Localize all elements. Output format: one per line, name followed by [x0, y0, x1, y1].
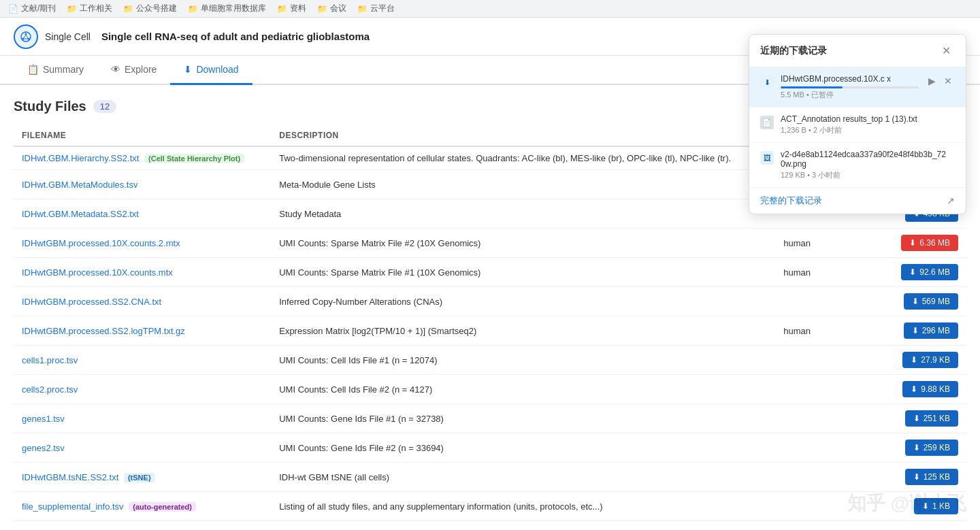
section-title: Study Files: [14, 99, 86, 114]
tab-explore[interactable]: 👁 Explore: [97, 56, 170, 85]
bookmark-bar: 📄 文献/期刊 📁 工作相关 📁 公众号搭建 📁 单细胞常用数据库 📁 资料 📁…: [0, 0, 980, 18]
tab-download[interactable]: ⬇ Download: [170, 56, 252, 85]
description-cell-10: UMI Counts: Gene Ids File #2 (n = 33694): [271, 433, 775, 463]
popup-item-icon-1: ⬇: [760, 76, 774, 89]
popup-item-body-3: v2-d4e8ab1124edcaa337a90f2e48f4bb3b_720w…: [781, 150, 948, 180]
action-cell-10: ⬇ 259 KB: [887, 433, 966, 463]
popup-item-meta-2: 1,236 B • 2 小时前: [781, 125, 948, 135]
folder-icon-5: 📁: [277, 4, 287, 14]
download-button-12[interactable]: ⬇ 1 KB: [914, 498, 958, 514]
description-cell-11: IDH-wt GBM tSNE (all cells): [271, 463, 775, 492]
filename-cell-2: IDHwt.GBM.Metadata.SS2.txt: [14, 199, 271, 229]
download-arrow-icon-9: ⬇: [913, 414, 920, 423]
filename-cell-7: cells1.proc.tsv: [14, 346, 271, 375]
description-cell-8: UMI Counts: Cell Ids File #2 (n = 4127): [271, 375, 775, 404]
download-button-6[interactable]: ⬇ 296 MB: [904, 322, 958, 339]
popup-footer-link[interactable]: 完整的下载记录: [760, 195, 822, 207]
popup-download-item-1: ⬇ IDHwtGBM.processed.10X.c x 5.5 MB • 已暂…: [749, 67, 966, 107]
table-row: IDHwtGBM.tsNE.SS2.txt (tSNE)IDH-wt GBM t…: [14, 463, 966, 492]
download-button-9[interactable]: ⬇ 251 KB: [905, 410, 958, 427]
filename-cell-11: IDHwtGBM.tsNE.SS2.txt (tSNE): [14, 463, 271, 492]
explore-icon: 👁: [111, 64, 120, 75]
action-cell-4: ⬇ 92.6 MB: [887, 258, 966, 287]
bookmark-item-1[interactable]: 📄 文献/期刊: [8, 3, 56, 14]
tab-summary[interactable]: 📋 Summary: [14, 56, 97, 85]
filename-text-7: cells1.proc.tsv: [22, 355, 78, 365]
species-cell-10: [775, 433, 887, 463]
popup-progress-fill-1: [781, 86, 843, 88]
col-filename: Filename: [14, 125, 271, 146]
logo-text: Single Cell: [45, 31, 91, 42]
popup-item-actions-1: ▶ ✕: [926, 74, 955, 88]
species-cell-5: [775, 287, 887, 316]
bookmark-item-6[interactable]: 📁 会议: [317, 3, 346, 14]
download-popup: 近期的下载记录 ✕ ⬇ IDHwtGBM.processed.10X.c x 5…: [749, 34, 966, 214]
action-cell-11: ⬇ 125 KB: [887, 463, 966, 492]
summary-icon: 📋: [27, 64, 39, 75]
table-row: cells2.proc.tsvUMI Counts: Cell Ids File…: [14, 375, 966, 404]
download-button-10[interactable]: ⬇ 259 KB: [905, 440, 958, 456]
download-button-7[interactable]: ⬇ 27.9 KB: [902, 352, 958, 368]
description-cell-3: UMI Counts: Sparse Matrix File #2 (10X G…: [271, 229, 775, 258]
filename-text-8: cells2.proc.tsv: [22, 384, 78, 395]
download-button-11[interactable]: ⬇ 125 KB: [905, 469, 958, 485]
description-cell-0: Two-dimensional representation of cellul…: [271, 146, 775, 170]
filename-cell-6: IDHwtGBM.processed.SS2.logTPM.txt.gz: [14, 316, 271, 346]
download-button-5[interactable]: ⬇ 569 MB: [904, 293, 958, 310]
popup-item-name-1: IDHwtGBM.processed.10X.c x: [781, 74, 919, 84]
filename-cell-1: IDHwt.GBM.MetaModules.tsv: [14, 170, 271, 199]
bookmark-item-2[interactable]: 📁 工作相关: [67, 3, 112, 14]
popup-progress-bar-1: [781, 86, 919, 88]
species-cell-3: human: [775, 229, 887, 258]
svg-line-4: [24, 35, 27, 38]
bookmark-item-3[interactable]: 📁 公众号搭建: [123, 3, 177, 14]
count-badge: 12: [93, 100, 116, 113]
download-arrow-icon-5: ⬇: [912, 297, 919, 306]
table-row: IDHwtGBM.processed.SS2.CNA.txtInferred C…: [14, 287, 966, 316]
page-title: Single cell RNA-seq of adult and pediatr…: [101, 31, 370, 42]
popup-close-button[interactable]: ✕: [938, 43, 955, 59]
filename-text-9: genes1.tsv: [22, 414, 65, 424]
popup-footer-external-icon[interactable]: ↗: [947, 195, 955, 206]
popup-item-meta-3: 129 KB • 3 小时前: [781, 170, 948, 180]
download-button-4[interactable]: ⬇ 92.6 MB: [901, 264, 958, 280]
popup-item-body-1: IDHwtGBM.processed.10X.c x 5.5 MB • 已暂停: [781, 74, 919, 100]
filename-cell-4: IDHwtGBM.processed.10X.counts.mtx: [14, 258, 271, 287]
bookmark-item-4[interactable]: 📁 单细胞常用数据库: [188, 3, 266, 14]
description-cell-2: Study Metadata: [271, 199, 775, 229]
download-button-8[interactable]: ⬇ 9.88 KB: [902, 381, 958, 397]
description-cell-1: Meta-Module Gene Lists: [271, 170, 775, 199]
description-cell-5: Inferred Copy-Number Alterations (CNAs): [271, 287, 775, 316]
action-cell-6: ⬇ 296 MB: [887, 316, 966, 346]
popup-item-body-2: ACT_Annotation results_top 1 (13).txt 1,…: [781, 114, 948, 135]
popup-item-icon-2: 📄: [760, 116, 774, 129]
popup-play-button-1[interactable]: ▶: [926, 74, 938, 88]
filename-text-6: IDHwtGBM.processed.SS2.logTPM.txt.gz: [22, 326, 185, 336]
filename-cell-10: genes2.tsv: [14, 433, 271, 463]
filename-cell-12: file_supplemental_info.tsv (auto-generat…: [14, 492, 271, 521]
folder-icon-3: 📁: [123, 4, 133, 14]
filename-cell-8: cells2.proc.tsv: [14, 375, 271, 404]
filename-cell-0: IDHwt.GBM.Hierarchy.SS2.txt (Cell State …: [14, 146, 271, 170]
download-button-3[interactable]: ⬇ 6.36 MB: [901, 235, 958, 251]
species-cell-12: [775, 492, 887, 521]
folder-icon-4: 📁: [188, 4, 198, 14]
download-icon: ⬇: [184, 64, 192, 75]
folder-icon-7: 📁: [357, 4, 368, 14]
popup-item-name-2: ACT_Annotation results_top 1 (13).txt: [781, 114, 948, 124]
description-cell-12: Listing of all study files, and any supp…: [271, 492, 775, 521]
popup-remove-button-1[interactable]: ✕: [941, 74, 955, 88]
action-cell-9: ⬇ 251 KB: [887, 404, 966, 433]
bookmark-item-7[interactable]: 📁 云平台: [357, 3, 395, 14]
download-arrow-icon-4: ⬇: [909, 267, 916, 277]
species-cell-4: human: [775, 258, 887, 287]
bookmark-item-5[interactable]: 📁 资料: [277, 3, 306, 14]
filename-text-2: IDHwt.GBM.Metadata.SS2.txt: [22, 209, 139, 219]
species-cell-8: [775, 375, 887, 404]
filename-text-3: IDHwtGBM.processed.10X.counts.2.mtx: [22, 238, 180, 248]
folder-icon-2: 📁: [67, 4, 77, 14]
table-row: file_supplemental_info.tsv (auto-generat…: [14, 492, 966, 521]
table-row: IDHwtGBM.processed.SS2.logTPM.txt.gzExpr…: [14, 316, 966, 346]
description-cell-7: UMI Counts: Cell Ids File #1 (n = 12074): [271, 346, 775, 375]
popup-item-icon-3: 🖼: [760, 151, 774, 165]
